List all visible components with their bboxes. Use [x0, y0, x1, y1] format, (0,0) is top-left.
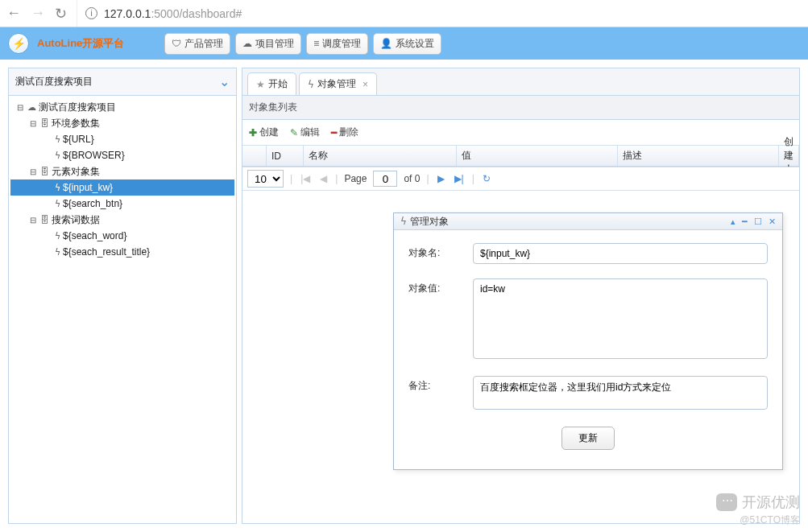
cloud-icon: ☁: [242, 38, 252, 49]
tree-item-search-word[interactable]: ϟ${seach_word}: [10, 228, 234, 244]
tree-label: ${BROWSER}: [63, 150, 125, 161]
nav-reload-icon[interactable]: ↻: [55, 5, 67, 23]
left-panel: 测试百度搜索项目 ⌄ ⊟☁测试百度搜索项目 ⊟🗄环境参数集 ϟ${URL} ϟ$…: [8, 68, 237, 524]
bolt-icon: ϟ: [55, 183, 60, 193]
update-button[interactable]: 更新: [561, 427, 615, 450]
logo-icon: ⚡: [8, 33, 29, 54]
info-icon[interactable]: i: [85, 7, 97, 19]
suitcase-icon: 🗄: [40, 118, 49, 128]
plus-icon: ✚: [249, 127, 257, 138]
grid-toolbar: ✚创建 ✎编辑 ━删除: [242, 120, 799, 146]
pagination-bar: 10 | |◀ ◀ | Page of 0 | ▶ ▶| | ↻: [242, 167, 799, 191]
object-name-input[interactable]: [473, 243, 768, 264]
page-input[interactable]: [373, 171, 397, 187]
tree-group-elements[interactable]: ⊟🗄元素对象集: [10, 163, 234, 179]
brand-title: AutoLine开源平台: [37, 36, 124, 51]
page-size-select[interactable]: 10: [247, 170, 284, 188]
menu-product[interactable]: 🛡产品管理: [164, 33, 230, 55]
delete-button[interactable]: ━删除: [331, 126, 358, 139]
url-text: 127.0.0.1:5000/dashboard#: [104, 7, 242, 20]
menu-schedule[interactable]: ≡调度管理: [306, 33, 368, 55]
tab-label: 开始: [268, 77, 288, 91]
collapse-icon[interactable]: ▴: [731, 217, 735, 227]
suitcase-icon: 🗄: [40, 167, 49, 176]
page-total: of 0: [404, 173, 420, 184]
tree-group-env[interactable]: ⊟🗄环境参数集: [10, 115, 234, 131]
menu-label: 系统设置: [396, 37, 434, 51]
grid-col-creator[interactable]: 创建人: [779, 146, 799, 166]
edit-button[interactable]: ✎编辑: [290, 126, 320, 139]
tab-label: 对象管理: [317, 77, 356, 91]
manage-object-dialog: ϟ管理对象 ▴ ━ ☐ ✕ 对象名: 对象值: 备注: 更新: [393, 212, 783, 470]
section-title: 对象集列表: [242, 96, 799, 120]
tree-label: 搜索词数据: [52, 213, 100, 227]
tab-bar: ★开始 ϟ对象管理×: [242, 68, 799, 96]
maximize-icon[interactable]: ☐: [754, 217, 762, 227]
refresh-icon[interactable]: ↻: [481, 173, 492, 184]
left-panel-header: 测试百度搜索项目 ⌄: [9, 68, 236, 96]
close-icon[interactable]: ×: [363, 79, 368, 90]
cloud-icon: ☁: [27, 102, 36, 113]
bolt-icon: ϟ: [55, 247, 60, 258]
bolt-icon: ϟ: [55, 199, 60, 209]
menu-system[interactable]: 👤系统设置: [373, 33, 441, 55]
tree-item-input-kw[interactable]: ϟ${input_kw}: [10, 179, 234, 196]
tree-root[interactable]: ⊟☁测试百度搜索项目: [10, 99, 234, 115]
dialog-title-text: 管理对象: [410, 215, 449, 229]
create-button[interactable]: ✚创建: [249, 126, 279, 139]
grid-col-desc[interactable]: 描述: [618, 146, 779, 166]
tree-label: 环境参数集: [52, 117, 100, 130]
button-label: 创建: [259, 126, 279, 139]
left-panel-title: 测试百度搜索项目: [15, 75, 93, 89]
page-label: Page: [344, 173, 367, 184]
grid-col-id[interactable]: ID: [267, 146, 304, 166]
grid-col-checkbox[interactable]: [242, 146, 267, 166]
pencil-icon: ✎: [290, 127, 298, 138]
first-page-icon[interactable]: |◀: [299, 173, 312, 184]
user-icon: 👤: [380, 38, 392, 49]
tab-object-mgmt[interactable]: ϟ对象管理×: [299, 72, 377, 95]
menu-project[interactable]: ☁项目管理: [235, 33, 301, 55]
bolt-icon: ϟ: [400, 216, 407, 227]
tree-item-result-title[interactable]: ϟ${seach_result_title}: [10, 244, 234, 260]
tree-item-search-btn[interactable]: ϟ${search_btn}: [10, 196, 234, 212]
tree-label: 元素对象集: [52, 165, 100, 179]
object-value-input[interactable]: [473, 278, 768, 359]
grid-col-name[interactable]: 名称: [304, 146, 457, 166]
list-icon: ≡: [313, 38, 319, 49]
chevron-down-icon[interactable]: ⌄: [219, 74, 230, 89]
menu-label: 项目管理: [255, 37, 294, 51]
button-label: 编辑: [300, 126, 320, 139]
nav-back-icon[interactable]: ←: [6, 5, 21, 22]
bolt-icon: ϟ: [55, 231, 60, 241]
tree-label: 测试百度搜索项目: [39, 101, 116, 114]
tree-label: ${seach_result_title}: [63, 246, 150, 258]
tree-group-keywords[interactable]: ⊟🗄搜索词数据: [10, 212, 234, 228]
tree-label: ${input_kw}: [63, 182, 113, 193]
close-icon[interactable]: ✕: [769, 217, 776, 227]
tree-item-url[interactable]: ϟ${URL}: [10, 131, 234, 147]
dialog-body: 对象名: 对象值: 备注: 更新: [394, 230, 782, 469]
minimize-icon[interactable]: ━: [742, 217, 748, 227]
main-menu: 🛡产品管理 ☁项目管理 ≡调度管理 👤系统设置: [164, 33, 441, 55]
field-label-value: 对象值:: [408, 278, 473, 361]
tree-item-browser[interactable]: ϟ${BROWSER}: [10, 147, 234, 163]
next-page-icon[interactable]: ▶: [436, 173, 446, 184]
minus-icon: ━: [331, 127, 337, 138]
prev-page-icon[interactable]: ◀: [318, 173, 329, 184]
app-header: ⚡ AutoLine开源平台 🛡产品管理 ☁项目管理 ≡调度管理 👤系统设置: [0, 27, 808, 60]
menu-label: 调度管理: [322, 37, 361, 51]
object-remark-input[interactable]: [473, 376, 768, 410]
address-bar[interactable]: i 127.0.0.1:5000/dashboard#: [77, 0, 802, 27]
bolt-icon: ϟ: [55, 134, 60, 145]
tab-start[interactable]: ★开始: [247, 72, 296, 95]
grid-header: ID 名称 值 描述 创建人: [242, 146, 799, 167]
last-page-icon[interactable]: ▶|: [453, 173, 466, 184]
field-label-name: 对象名:: [408, 243, 473, 264]
field-label-remark: 备注:: [408, 376, 473, 412]
nav-forward-icon[interactable]: →: [31, 5, 45, 22]
grid-col-value[interactable]: 值: [457, 146, 618, 166]
dialog-titlebar[interactable]: ϟ管理对象 ▴ ━ ☐ ✕: [394, 213, 782, 230]
tree-label: ${search_btn}: [63, 198, 122, 209]
shield-icon: 🛡: [172, 38, 181, 49]
